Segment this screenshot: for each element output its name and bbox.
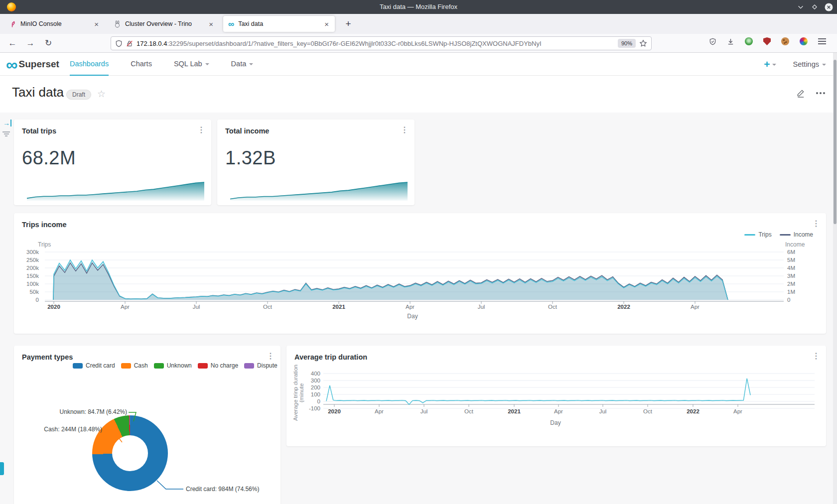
nav-charts[interactable]: Charts [131, 53, 152, 76]
new-tab-button[interactable]: + [342, 18, 355, 31]
y-tick-right: 4M [787, 264, 795, 271]
y-tick-left: 0 [14, 296, 39, 303]
card-avg-trip-duration: Average trip duration ⋮ Average trinp du… [286, 346, 826, 446]
chart-legend: Credit cardCashUnknownNo chargeDispute [73, 362, 278, 369]
colorful-extension-icon[interactable] [800, 37, 808, 45]
card-total-income: Total income ⋮ 1.32B [217, 120, 415, 205]
bookmark-star-icon[interactable] [639, 39, 647, 47]
card-title: Payment types [22, 353, 73, 361]
x-tick: 2021 [332, 304, 345, 310]
window-close-icon[interactable] [824, 2, 833, 11]
expand-filter-bar-icon[interactable]: → [3, 120, 11, 126]
card-title: Total income [225, 127, 269, 135]
menu-hamburger-icon[interactable] [818, 38, 826, 44]
x-axis-label: Day [407, 313, 418, 320]
url-text[interactable]: 172.18.0.4:32295/superset/dashboard/1/?n… [137, 40, 614, 47]
y-tick: 0 [299, 398, 320, 405]
sparkline-chart [230, 178, 408, 201]
nav-dashboards[interactable]: Dashboards [70, 53, 109, 76]
back-button[interactable]: ← [6, 37, 19, 49]
x-tick: Apr [691, 304, 699, 310]
tab-label: Taxi data [238, 20, 319, 27]
y-tick-right: 2M [787, 280, 795, 287]
tab-minio-console[interactable]: MinIO Console × [4, 16, 105, 32]
window-maximize-icon[interactable] [810, 2, 819, 11]
edit-pencil-icon[interactable] [796, 89, 805, 98]
legend-item[interactable]: Credit card [73, 362, 115, 369]
settings-menu[interactable]: Settings [793, 60, 826, 68]
nav-sql-lab[interactable]: SQL Lab [174, 53, 209, 76]
card-total-trips: Total trips ⋮ 68.2M [14, 120, 211, 205]
y-tick: 400 [299, 370, 320, 377]
more-actions-icon[interactable] [816, 92, 825, 94]
kebab-menu-icon[interactable]: ⋮ [197, 126, 205, 134]
tab-trino-cluster[interactable]: Cluster Overview - Trino × [109, 16, 219, 32]
x-tick: 2022 [687, 408, 699, 414]
tracking-protection-shield-icon[interactable] [115, 40, 123, 47]
legend-item[interactable]: Cash [121, 362, 148, 369]
forward-button[interactable]: → [24, 37, 37, 49]
cookie-extension-icon[interactable] [781, 37, 789, 45]
window-title: Taxi data — Mozilla Firefox [0, 0, 837, 14]
legend-label: Cash [134, 362, 148, 369]
kpi-value: 1.32B [225, 147, 276, 169]
y-tick: 200 [299, 384, 320, 391]
dashboard-content: → Total trips ⋮ 68.2M Total income ⋮ 1.3… [0, 113, 837, 504]
x-tick: Apr [406, 304, 415, 310]
x-tick: Oct [548, 304, 557, 310]
y-tick-right: 6M [787, 249, 795, 255]
nav-data[interactable]: Data [231, 53, 254, 76]
tab-close-icon[interactable]: × [93, 20, 100, 28]
y-tick: 100 [299, 391, 320, 398]
tab-taxi-data[interactable]: ∞ Taxi data × [223, 16, 335, 32]
scrollbar-thumb[interactable] [834, 60, 837, 224]
callout-credit-card: Credit card: 984M (74.56%) [186, 486, 259, 493]
legend-item[interactable]: Unknown [154, 362, 192, 369]
x-tick: 2020 [328, 408, 341, 414]
url-host: 172.18.0.4 [137, 40, 167, 47]
legend-label: Dispute [257, 362, 278, 369]
x-tick: 2020 [47, 304, 60, 310]
legend-color-swatch [244, 363, 254, 369]
x-tick: Apr [121, 304, 130, 310]
filter-bar-handle[interactable] [0, 462, 4, 475]
avg-duration-chart[interactable] [286, 346, 826, 446]
x-tick: Apr [733, 408, 742, 414]
reload-button[interactable]: ↻ [42, 37, 55, 49]
insecure-lock-icon[interactable] [126, 40, 133, 47]
card-title: Total trips [22, 127, 56, 135]
tab-close-icon[interactable]: × [323, 20, 330, 28]
y-tick: 300 [299, 377, 320, 384]
legend-label: Credit card [86, 362, 115, 369]
trino-icon [114, 20, 121, 28]
x-tick: Jul [478, 304, 485, 310]
legend-item[interactable]: No charge [198, 362, 238, 369]
tab-close-icon[interactable]: × [208, 20, 214, 28]
trips-income-chart[interactable] [14, 213, 826, 334]
superset-favicon: ∞ [228, 20, 234, 28]
browser-toolbar: ← → ↻ 172.18.0.4:32295/superset/dashboar… [0, 34, 837, 53]
kebab-menu-icon[interactable]: ⋮ [267, 352, 275, 360]
x-tick: Oct [464, 408, 473, 414]
ublock-origin-icon[interactable] [763, 37, 771, 45]
window-minimize-icon[interactable] [796, 2, 805, 11]
url-bar[interactable]: 172.18.0.4:32295/superset/dashboard/1/?n… [111, 36, 652, 50]
legend-item[interactable]: Dispute [244, 362, 278, 369]
x-tick: Jul [193, 304, 200, 310]
filter-icon[interactable] [2, 131, 10, 137]
legend-color-swatch [73, 363, 83, 369]
permissions-shield-icon[interactable] [709, 38, 716, 45]
url-path: :32295/superset/dashboard/1/?native_filt… [167, 40, 541, 47]
superset-brand[interactable]: ∞ Superset [6, 53, 59, 76]
privacy-badger-icon[interactable] [745, 37, 753, 45]
downloads-icon[interactable] [727, 38, 734, 45]
y-tick-right: 1M [787, 288, 795, 295]
x-tick: 2021 [508, 408, 521, 414]
chevron-down-icon [822, 64, 826, 66]
add-new-button[interactable]: + [764, 58, 776, 70]
kebab-menu-icon[interactable]: ⋮ [401, 126, 409, 134]
y-tick-left: 100k [14, 280, 39, 287]
zoom-level-badge[interactable]: 90% [618, 39, 636, 48]
favorite-star-icon[interactable]: ☆ [97, 88, 106, 100]
scrollbar[interactable] [833, 53, 837, 504]
